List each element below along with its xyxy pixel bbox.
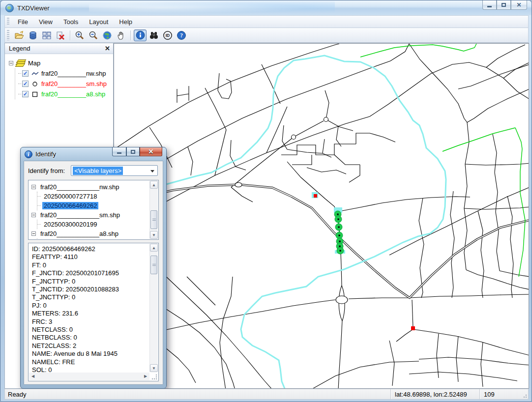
help-button[interactable]: ?: [175, 29, 188, 41]
details-horizontal-scrollbar[interactable]: ◀ ▶: [29, 373, 149, 380]
detail-line: NETCLASS: 0: [32, 326, 148, 334]
checkbox-checked-icon[interactable]: ✓: [22, 81, 29, 87]
detail-line: FRC: 3: [32, 318, 148, 326]
identify-info-icon: [136, 30, 145, 40]
identify-details-panel[interactable]: ID: 202500066469262FEATTYP: 4110FT: 0F_J…: [28, 243, 159, 381]
globe-icon: [102, 30, 112, 40]
menu-file[interactable]: File: [12, 17, 33, 27]
tree-layer-nw[interactable]: fraf20____________nw.shp: [31, 182, 158, 192]
detail-line: T_JNCTTYP: 0: [32, 293, 148, 301]
zoom-in-icon: [75, 30, 85, 40]
identify-button[interactable]: [134, 29, 147, 41]
database-button[interactable]: [27, 29, 39, 41]
scroll-down-icon[interactable]: ▼: [150, 364, 158, 372]
status-coordinates: lat:48.69898, lon:2.52489: [391, 391, 479, 398]
legend-header: Legend ✕: [5, 43, 113, 54]
dialog-minimize-button[interactable]: [112, 147, 126, 156]
dialog-close-button[interactable]: ✕: [140, 147, 162, 156]
binoculars-icon: [149, 30, 159, 40]
tree-feature-item[interactable]: 202500300020199: [37, 220, 158, 229]
id-icon: ID: [163, 30, 173, 40]
scroll-right-icon[interactable]: ▶: [142, 373, 149, 380]
detail-lines: ID: 202500066469262FEATTYP: 4110FT: 0F_J…: [29, 243, 158, 381]
legend-layer-label: fraf20________nw.shp: [41, 70, 106, 77]
collapse-icon[interactable]: [31, 231, 36, 236]
tree-feature-item-selected[interactable]: 202500066469262: [37, 201, 158, 210]
detail-line: F_JNCTTYP: 0: [32, 278, 148, 286]
legend-close-button[interactable]: ✕: [105, 45, 110, 52]
maximize-button[interactable]: [497, 0, 511, 10]
menu-grip[interactable]: [7, 18, 9, 26]
circle-symbol-icon: [31, 81, 39, 87]
scrollbar-thumb[interactable]: [150, 256, 157, 274]
zoom-in-button[interactable]: [73, 29, 86, 41]
menu-layout[interactable]: Layout: [84, 17, 114, 27]
open-button[interactable]: [13, 29, 26, 41]
toolbar: ID ?: [4, 28, 529, 43]
menu-help[interactable]: Help: [114, 17, 138, 27]
identify-results-tree[interactable]: fraf20____________nw.shp 202500000727718…: [28, 180, 159, 240]
scrollbar-thumb[interactable]: [150, 210, 157, 229]
scroll-up-icon[interactable]: ▲: [150, 244, 158, 252]
open-folder-icon: [14, 30, 24, 40]
close-button[interactable]: ✕: [511, 0, 527, 10]
legend-layer-sm[interactable]: ✓ fraf20________sm.shp: [15, 79, 113, 89]
status-count: 109: [480, 391, 519, 398]
scroll-up-icon[interactable]: ▲: [150, 181, 158, 189]
tree-layer-label: fraf20____________sm.shp: [40, 211, 120, 219]
minimize-button[interactable]: [482, 0, 497, 10]
feature-id: 202500033000561: [42, 239, 98, 240]
status-bar: Ready lat:48.69898, lon:2.52489 109: [4, 389, 529, 400]
show-id-button[interactable]: ID: [161, 29, 174, 41]
legend-root-node[interactable]: Map: [9, 58, 113, 68]
title-bar[interactable]: TXDViewer ✕: [0, 0, 532, 15]
detail-line: NET2CLASS: 2: [32, 342, 148, 350]
resize-grip-icon[interactable]: [151, 373, 157, 380]
close-layer-button[interactable]: [54, 29, 67, 41]
scroll-down-icon[interactable]: ▼: [150, 231, 158, 239]
map-canvas[interactable]: [114, 43, 529, 389]
find-button[interactable]: [148, 29, 160, 41]
details-vertical-scrollbar[interactable]: ▲ ▼: [149, 244, 158, 372]
legend-layer-a8[interactable]: ✓ fraf20________a8.shp: [15, 89, 113, 99]
identify-from-combobox[interactable]: <Visable layers>: [71, 165, 158, 176]
legend-tree: Map ✓ fraf20________nw.shp ✓ fraf20_____…: [5, 54, 113, 99]
collapse-icon[interactable]: [31, 213, 36, 217]
legend-title: Legend: [9, 45, 30, 52]
tile-windows-button[interactable]: [40, 29, 53, 41]
dialog-maximize-button[interactable]: [126, 147, 140, 156]
toolbar-grip[interactable]: [7, 30, 9, 40]
collapse-icon[interactable]: [31, 185, 36, 189]
scroll-left-icon[interactable]: ◀: [29, 373, 37, 380]
legend-layer-nw[interactable]: ✓ fraf20________nw.shp: [15, 68, 113, 79]
identify-from-label: Identify from:: [28, 167, 65, 174]
detail-line: FEATTYP: 4110: [32, 253, 148, 261]
tree-feature-item[interactable]: 202500033000561: [37, 238, 158, 240]
zoom-out-icon: [89, 30, 98, 40]
identify-title-bar[interactable]: i Identify ✕: [21, 147, 166, 161]
tree-layer-sm[interactable]: fraf20____________sm.shp: [31, 210, 158, 220]
detail-line: FT: 0: [32, 261, 148, 269]
help-icon: ?: [177, 30, 186, 40]
tree-layer-label: fraf20____________a8.shp: [40, 230, 118, 237]
checkbox-checked-icon[interactable]: ✓: [22, 91, 29, 97]
pan-button[interactable]: [115, 29, 127, 41]
tree-layer-a8[interactable]: fraf20____________a8.shp: [31, 229, 158, 238]
minimize-icon: [487, 6, 492, 7]
tree-vertical-scrollbar[interactable]: ▲ ▼: [149, 181, 158, 239]
identify-dialog[interactable]: i Identify ✕ Identify from: <Visable lay…: [20, 147, 167, 389]
full-extent-button[interactable]: [101, 29, 114, 41]
checkbox-checked-icon[interactable]: ✓: [22, 70, 29, 77]
menu-view[interactable]: View: [33, 17, 58, 27]
status-message: Ready: [5, 391, 390, 398]
river-line: [166, 56, 446, 389]
database-icon: [28, 30, 38, 40]
menu-tools[interactable]: Tools: [58, 17, 84, 27]
tree-layer-label: fraf20____________nw.shp: [40, 183, 119, 191]
zoom-out-button[interactable]: [87, 29, 100, 41]
tree-feature-item[interactable]: 202500000727718: [37, 192, 158, 201]
window-title: TXDViewer: [17, 4, 50, 12]
collapse-icon[interactable]: [9, 61, 13, 65]
window-resize-grip[interactable]: [519, 389, 528, 399]
square-symbol-icon: [31, 91, 39, 98]
